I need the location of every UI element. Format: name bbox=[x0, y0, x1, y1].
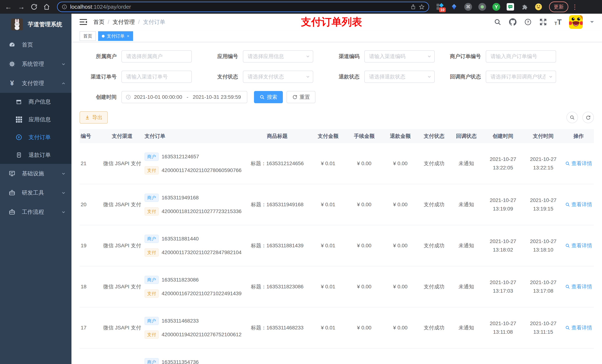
tag-pay-order[interactable]: 支付订单 × bbox=[98, 31, 133, 41]
extensions-puzzle-icon[interactable] bbox=[520, 3, 529, 11]
date-end: 2021-10-31 23:59:59 bbox=[193, 94, 241, 100]
view-detail-link[interactable]: 查看详情 bbox=[565, 283, 592, 290]
search-icon[interactable] bbox=[494, 18, 502, 26]
sidebar-item-label: 支付订单 bbox=[29, 134, 51, 141]
browser-back-icon[interactable]: ← bbox=[5, 3, 12, 10]
url-bar[interactable]: localhost:1024/pay/order bbox=[57, 2, 429, 12]
merchant-order-no: 1635311468233 bbox=[161, 318, 199, 324]
date-start: 2021-10-01 00:00:00 bbox=[134, 94, 182, 100]
extension-gem-icon[interactable] bbox=[450, 3, 458, 11]
svg-text:?: ? bbox=[527, 20, 529, 24]
sidebar-item-workflow[interactable]: 工作流程 bbox=[0, 202, 71, 222]
font-size-icon[interactable]: TT bbox=[554, 18, 562, 26]
extension-y-icon[interactable]: Y bbox=[492, 3, 501, 11]
pay-badge: 支付 bbox=[145, 248, 159, 257]
pay-status-select[interactable] bbox=[243, 71, 313, 83]
view-detail-link[interactable]: 查看详情 bbox=[565, 160, 592, 167]
bookmark-star-icon[interactable] bbox=[419, 4, 424, 10]
row-status: 支付成功 bbox=[418, 201, 450, 208]
date-range-picker[interactable]: 2021-10-01 00:00:00 - 2021-10-31 23:59:5… bbox=[121, 91, 247, 103]
channel-order-no-input[interactable] bbox=[121, 71, 192, 83]
payment-submenu: 商户信息 应用信息 ¥ 支付订单 退款订单 bbox=[0, 93, 71, 164]
row-channel: 微信 JSAPI 支付 bbox=[101, 201, 143, 208]
browser-home-icon[interactable] bbox=[43, 3, 50, 10]
row-pay-time: 2021-10-2713:11:15 bbox=[523, 319, 563, 336]
chevron-down-icon bbox=[61, 62, 66, 66]
notify-status-select[interactable] bbox=[486, 71, 556, 83]
extension-command-icon[interactable]: ⌘ bbox=[464, 3, 473, 11]
row-id: 20 bbox=[80, 202, 101, 208]
browser-reload-icon[interactable] bbox=[31, 3, 37, 10]
reset-button[interactable]: 重置 bbox=[287, 91, 315, 103]
share-icon[interactable] bbox=[410, 4, 416, 10]
github-icon[interactable] bbox=[509, 18, 517, 26]
merchant-select[interactable] bbox=[121, 50, 192, 62]
tag-home[interactable]: 首页 bbox=[80, 31, 96, 41]
help-icon[interactable]: ? bbox=[524, 18, 532, 26]
row-id: 21 bbox=[80, 161, 101, 166]
app-logo[interactable]: 芋道管理系统 bbox=[0, 14, 71, 35]
profile-avatar-icon[interactable] bbox=[534, 3, 543, 11]
chevron-up-icon bbox=[61, 81, 66, 86]
breadcrumb-payment[interactable]: 支付管理 bbox=[113, 18, 135, 26]
merchant-order-no-input[interactable] bbox=[486, 50, 556, 62]
briefcase-icon bbox=[9, 208, 16, 216]
row-channel: 微信 JSAPI 支付 bbox=[101, 283, 143, 290]
breadcrumb-home[interactable]: 首页 bbox=[93, 18, 104, 26]
row-refund: ¥ 0.00 bbox=[382, 202, 418, 208]
document-icon bbox=[16, 152, 22, 158]
view-detail-link[interactable]: 查看详情 bbox=[565, 201, 592, 208]
sidebar-item-pay-order[interactable]: ¥ 支付订单 bbox=[0, 128, 71, 146]
channel-code-input[interactable] bbox=[364, 50, 435, 62]
sidebar-item-home[interactable]: 首页 bbox=[0, 35, 71, 54]
toggle-search-button[interactable] bbox=[567, 112, 578, 123]
user-avatar[interactable] bbox=[569, 15, 583, 29]
table-row: 17 微信 JSAPI 支付 商户1635311468233 支付4200001… bbox=[80, 307, 594, 348]
browser-forward-icon[interactable]: → bbox=[18, 3, 25, 10]
sidebar-item-refund-order[interactable]: 退款订单 bbox=[0, 146, 71, 164]
extension-icon[interactable]: 10 bbox=[436, 3, 444, 11]
extension-record-icon[interactable] bbox=[478, 3, 486, 11]
refresh-table-button[interactable] bbox=[582, 112, 594, 123]
chrome-update-button[interactable]: 更新 bbox=[549, 1, 568, 12]
merchant-order-no: 1635312124657 bbox=[161, 154, 199, 160]
chevron-down-icon bbox=[61, 209, 66, 214]
col-fee: 手续金额 bbox=[346, 133, 382, 140]
view-detail-link[interactable]: 查看详情 bbox=[565, 242, 592, 249]
sidebar-item-dev-tools[interactable]: 研发工具 bbox=[0, 183, 71, 202]
refresh-icon bbox=[586, 115, 591, 120]
sidebar-item-payment[interactable]: ¥ 支付管理 bbox=[0, 74, 71, 93]
row-refund: ¥ 0.00 bbox=[382, 284, 418, 290]
row-refund: ¥ 0.00 bbox=[382, 325, 418, 331]
pay-order-no: 4200001181202110277723215336 bbox=[161, 208, 242, 214]
refund-status-select[interactable] bbox=[364, 71, 435, 83]
export-button[interactable]: 导出 bbox=[80, 111, 108, 124]
search-button[interactable]: 搜索 bbox=[254, 91, 283, 103]
merchant-order-no: 1635311823086 bbox=[161, 277, 199, 283]
tag-close-icon[interactable]: × bbox=[127, 33, 129, 39]
pay-badge: 支付 bbox=[145, 331, 159, 339]
col-id: 编号 bbox=[80, 133, 101, 140]
search-icon bbox=[565, 325, 570, 330]
sidebar-item-app-info[interactable]: 应用信息 bbox=[0, 111, 71, 128]
site-info-icon[interactable] bbox=[62, 4, 67, 10]
sidebar-item-system[interactable]: 系统管理 bbox=[0, 54, 71, 74]
row-id: 18 bbox=[80, 284, 101, 290]
table-row: 18 微信 JSAPI 支付 商户1635311823086 支付4200001… bbox=[80, 266, 594, 307]
row-pay-time: 2021-10-2713:19:15 bbox=[523, 196, 563, 213]
avatar-dropdown-caret[interactable] bbox=[590, 21, 594, 25]
sidebar-collapse-icon[interactable] bbox=[80, 19, 87, 25]
sidebar-item-infrastructure[interactable]: 基础设施 bbox=[0, 164, 71, 183]
app-select[interactable] bbox=[243, 50, 313, 62]
yen-icon: ¥ bbox=[9, 80, 16, 87]
fullscreen-icon[interactable] bbox=[539, 18, 547, 26]
row-create-time: 2021-10-2713:11:08 bbox=[483, 319, 523, 336]
chrome-menu-icon[interactable]: ⋮ bbox=[572, 3, 578, 10]
view-detail-link[interactable]: 查看详情 bbox=[565, 324, 592, 331]
extension-chat-icon[interactable] bbox=[506, 3, 515, 11]
sidebar-item-merchant-info[interactable]: 商户信息 bbox=[0, 93, 71, 111]
table-row: 20 微信 JSAPI 支付 商户1635311949168 支付4200001… bbox=[80, 184, 594, 225]
row-channel: 微信 JSAPI 支付 bbox=[101, 324, 143, 331]
logo-image bbox=[11, 19, 23, 30]
row-amount: ¥ 0.01 bbox=[310, 243, 346, 249]
